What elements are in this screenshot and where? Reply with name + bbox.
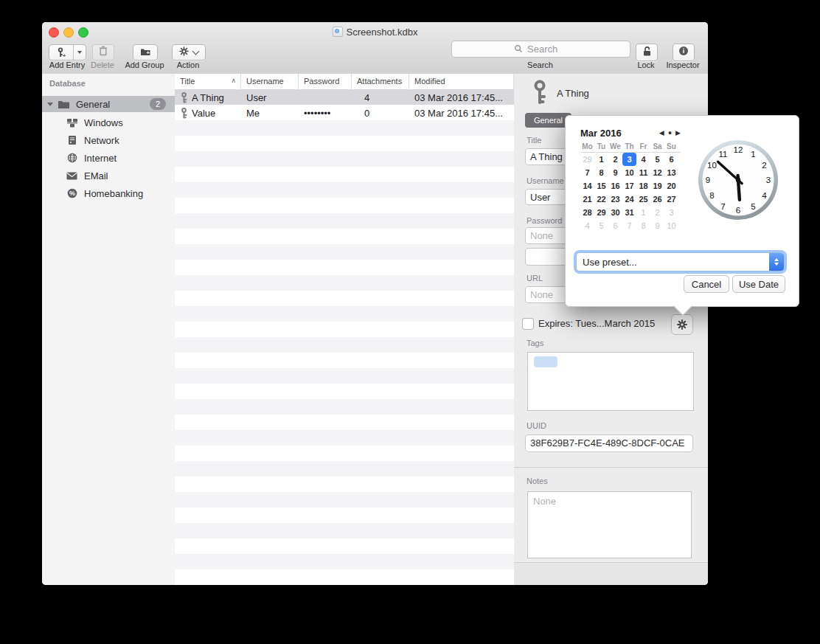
add-entry-button[interactable]: +: [49, 44, 86, 60]
expires-gear-button[interactable]: [671, 314, 693, 335]
uuid-field[interactable]: 38F629B7-FC4E-489C-8DCF-0CAE: [525, 434, 693, 452]
calendar-day[interactable]: 29: [594, 206, 608, 219]
calendar-day[interactable]: 10: [622, 166, 636, 179]
add-entry-dropdown[interactable]: [73, 45, 86, 60]
calendar-day[interactable]: 19: [650, 179, 664, 193]
calendar-day[interactable]: 12: [650, 166, 664, 179]
key-plus-icon[interactable]: +: [49, 45, 73, 60]
table-row-empty: [175, 244, 514, 260]
table-row[interactable]: A ThingUser403 Mar 2016 17:45...: [175, 89, 514, 105]
table-row-empty: [175, 446, 514, 461]
calendar-day[interactable]: 28: [580, 206, 594, 219]
stepper-icon[interactable]: [769, 253, 784, 271]
calendar-day[interactable]: 4: [636, 153, 650, 166]
calendar-day[interactable]: 21: [580, 193, 594, 206]
calendar-day[interactable]: 8: [594, 166, 608, 179]
expires-checkbox[interactable]: [522, 318, 534, 330]
column-header-title[interactable]: Title∧: [175, 74, 241, 89]
calendar-next-button[interactable]: ▶: [675, 129, 681, 136]
calendar-prev-button[interactable]: ◀: [659, 129, 664, 136]
column-header-attachments[interactable]: Attachments: [352, 74, 409, 89]
column-header-password[interactable]: Password: [299, 74, 352, 89]
calendar-day[interactable]: 6: [664, 153, 678, 166]
calendar-day[interactable]: 5: [594, 219, 608, 232]
calendar-day[interactable]: 26: [650, 193, 664, 206]
calendar-day[interactable]: 4: [580, 219, 594, 232]
inspector-button[interactable]: i: [673, 44, 695, 61]
calendar-day[interactable]: 23: [608, 193, 622, 206]
notes-field[interactable]: None: [527, 491, 692, 558]
tags-label: Tags: [527, 339, 543, 347]
calendar-day[interactable]: 9: [608, 166, 622, 179]
entry-count-badge: 2: [150, 98, 166, 110]
calendar-day[interactable]: 20: [664, 179, 678, 193]
column-header-modified[interactable]: Modified: [409, 74, 514, 89]
calendar-day-selected[interactable]: 3: [622, 153, 636, 166]
calendar-day[interactable]: 31: [622, 206, 636, 219]
calendar-day[interactable]: 6: [608, 219, 622, 232]
cell-text: 03 Mar 2016 17:45...: [414, 92, 503, 103]
tags-box[interactable]: [527, 352, 694, 411]
calendar-day[interactable]: 7: [622, 219, 636, 232]
calendar-day[interactable]: 16: [608, 179, 622, 193]
calendar-day[interactable]: 17: [622, 179, 636, 193]
inspector-toolbar-label: Inspector: [661, 60, 705, 69]
table-row-empty: [175, 569, 514, 585]
lock-button[interactable]: [636, 44, 658, 61]
calendar-day[interactable]: 13: [664, 166, 678, 179]
calendar-day-header: Su: [664, 142, 678, 150]
password-label: Password: [527, 216, 562, 225]
disclosure-triangle-icon[interactable]: [47, 103, 53, 106]
calendar-day[interactable]: 14: [580, 179, 594, 193]
tag-chip[interactable]: [534, 356, 557, 367]
calendar-day[interactable]: 2: [608, 153, 622, 166]
table-row-empty: [175, 508, 514, 523]
document-proxy-icon[interactable]: [333, 27, 343, 37]
window-title: Screenshot.kdbx: [42, 27, 708, 38]
calendar-day[interactable]: 11: [636, 166, 650, 179]
cell-text: Value: [192, 108, 215, 119]
calendar-day[interactable]: 15: [594, 179, 608, 193]
calendar-day[interactable]: 3: [664, 206, 678, 219]
table-row-empty: [175, 539, 514, 554]
column-header-username[interactable]: Username: [241, 74, 299, 89]
table-row[interactable]: ValueMe••••••••003 Mar 2016 17:45...: [175, 105, 514, 120]
svg-text:8: 8: [709, 191, 714, 200]
delete-button[interactable]: [92, 44, 114, 60]
calendar-week: 21222324252627: [580, 193, 681, 206]
calendar-day[interactable]: 1: [636, 206, 650, 219]
search-input[interactable]: [451, 41, 630, 58]
sidebar-section-header: Database: [49, 79, 86, 88]
table-row-empty: [175, 260, 514, 275]
add-entry-label: Add Entry: [45, 60, 89, 69]
calendar-day[interactable]: 5: [650, 153, 664, 166]
action-label: Action: [172, 60, 204, 69]
date-popover: Mar 2016 ◀ ● ▶ MoTuWeThFrSaSu 2912345678…: [565, 115, 799, 307]
calendar-day[interactable]: 25: [636, 193, 650, 206]
table-row-empty: [175, 167, 514, 182]
cancel-button[interactable]: Cancel: [684, 275, 729, 293]
calendar-today-button[interactable]: ●: [668, 129, 672, 136]
calendar-day[interactable]: 29: [580, 153, 594, 166]
calendar-day[interactable]: 9: [650, 219, 664, 232]
calendar-day[interactable]: 7: [580, 166, 594, 179]
calendar-day[interactable]: 8: [636, 219, 650, 232]
calendar-day[interactable]: 24: [622, 193, 636, 206]
notes-label: Notes: [527, 477, 548, 485]
calendar-day[interactable]: 22: [594, 193, 608, 206]
calendar-day[interactable]: 27: [664, 193, 678, 206]
analog-clock[interactable]: 123456789101112: [697, 139, 779, 221]
sidebar-item-general[interactable]: General 2: [42, 96, 175, 112]
table-row-empty: [175, 399, 514, 415]
table-row-empty: [175, 213, 514, 229]
add-group-button[interactable]: +: [133, 44, 158, 60]
action-button[interactable]: [172, 44, 206, 60]
calendar-day[interactable]: 10: [664, 219, 678, 232]
calendar-day[interactable]: 1: [594, 153, 608, 166]
calendar-day[interactable]: 30: [608, 206, 622, 219]
username-label: Username: [527, 176, 564, 185]
calendar-day[interactable]: 2: [650, 206, 664, 219]
calendar-day[interactable]: 18: [636, 179, 650, 193]
use-date-button[interactable]: Use Date: [732, 275, 785, 293]
preset-select[interactable]: Use preset...: [576, 252, 785, 271]
